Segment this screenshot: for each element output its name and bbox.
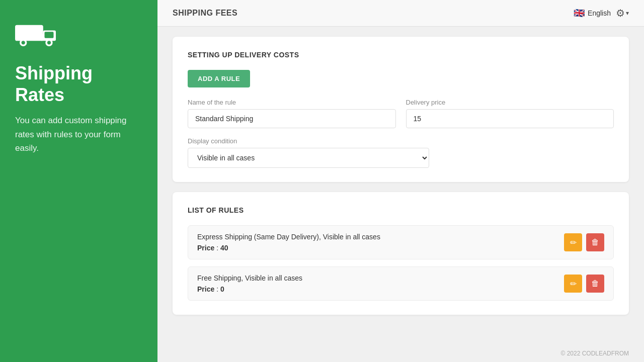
- right-panel: SHIPPING FEES 🇬🇧 English ⚙ ▾ SETTING UP …: [156, 0, 644, 362]
- rules-list: Express Shipping (Same Day Delivery), Vi…: [188, 225, 614, 301]
- trash-icon: 🗑: [591, 238, 599, 247]
- delete-rule-button[interactable]: 🗑: [586, 233, 604, 251]
- rule-actions: ✏ 🗑: [564, 233, 604, 251]
- chevron-down-icon: ▾: [626, 10, 629, 17]
- display-condition-label: Display condition: [188, 137, 614, 145]
- price-label: Price: [197, 244, 214, 252]
- page-header: SHIPPING FEES 🇬🇧 English ⚙ ▾: [157, 0, 644, 27]
- display-condition-group: Display condition Visible in all cases H…: [188, 137, 614, 168]
- rule-info: Express Shipping (Same Day Delivery), Vi…: [197, 233, 380, 252]
- add-rule-button[interactable]: ADD A RULE: [188, 70, 250, 87]
- delivery-price-label: Delivery price: [406, 99, 614, 106]
- settings-button[interactable]: ⚙ ▾: [616, 7, 629, 19]
- rule-name-input[interactable]: [188, 109, 396, 128]
- rule-name-label: Name of the rule: [188, 99, 396, 106]
- delivery-costs-title: SETTING UP DELIVERY COSTS: [188, 51, 614, 59]
- delivery-price-input[interactable]: [406, 109, 614, 128]
- flag-icon: 🇬🇧: [574, 8, 585, 19]
- price-label: Price: [197, 285, 214, 293]
- svg-point-4: [22, 41, 25, 44]
- rule-name-group: Name of the rule: [188, 99, 396, 128]
- rule-info: Free Shipping, Visible in all cases Pric…: [197, 274, 302, 293]
- rule-actions: ✏ 🗑: [564, 275, 604, 293]
- trash-icon: 🗑: [591, 279, 599, 288]
- rule-name: Express Shipping (Same Day Delivery), Vi…: [197, 233, 380, 241]
- rule-name: Free Shipping, Visible in all cases: [197, 274, 302, 282]
- rules-list-title: LIST OF RULES: [188, 206, 614, 214]
- content-area: SETTING UP DELIVERY COSTS ADD A RULE Nam…: [157, 27, 644, 345]
- page-footer: © 2022 CODLEADFROM: [157, 345, 644, 362]
- name-price-row: Name of the rule Delivery price: [188, 99, 614, 128]
- language-label: English: [588, 9, 611, 17]
- price-value: 40: [220, 244, 228, 252]
- pencil-icon: ✏: [570, 279, 577, 289]
- truck-icon: [15, 20, 60, 52]
- language-selector[interactable]: 🇬🇧 English: [574, 8, 611, 19]
- edit-rule-button[interactable]: ✏: [564, 275, 582, 293]
- page-title: SHIPPING FEES: [173, 9, 237, 18]
- left-description: You can add custom shipping rates with r…: [15, 114, 141, 155]
- price-value: 0: [220, 285, 224, 293]
- footer-text: © 2022 CODLEADFROM: [560, 350, 629, 357]
- edit-rule-button[interactable]: ✏: [564, 233, 582, 251]
- pencil-icon: ✏: [570, 238, 577, 247]
- svg-rect-0: [15, 25, 43, 41]
- rule-item: Express Shipping (Same Day Delivery), Vi…: [188, 225, 614, 259]
- rule-item: Free Shipping, Visible in all cases Pric…: [188, 266, 614, 301]
- delivery-price-group: Delivery price: [406, 99, 614, 128]
- svg-rect-7: [41, 34, 44, 41]
- rule-price: Price : 0: [197, 285, 302, 293]
- gear-icon: ⚙: [616, 7, 625, 19]
- delivery-costs-card: SETTING UP DELIVERY COSTS ADD A RULE Nam…: [173, 37, 629, 182]
- delete-rule-button[interactable]: 🗑: [586, 275, 604, 293]
- left-title: Shipping Rates: [15, 62, 141, 106]
- header-right: 🇬🇧 English ⚙ ▾: [574, 7, 629, 19]
- svg-point-6: [47, 41, 51, 44]
- display-condition-select[interactable]: Visible in all cases Hidden in all cases…: [188, 148, 429, 168]
- rules-list-card: LIST OF RULES Express Shipping (Same Day…: [173, 192, 629, 315]
- left-panel: Shipping Rates You can add custom shippi…: [0, 0, 156, 362]
- rule-price: Price : 40: [197, 244, 380, 252]
- svg-rect-2: [45, 32, 54, 38]
